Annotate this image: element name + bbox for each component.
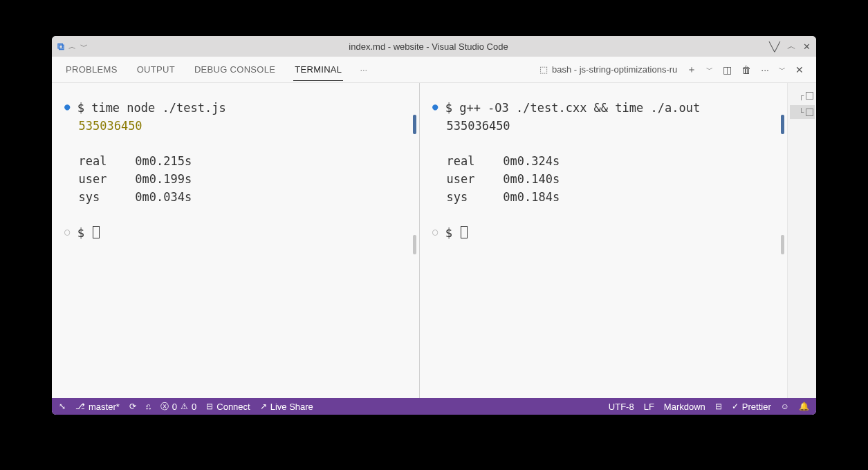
titlebar: ⧉ ︿ ﹀ index.md - website - Visual Studio… (52, 36, 816, 57)
sync-icon: ⟳ (129, 402, 136, 411)
liveshare-icon: ↗ (260, 402, 267, 411)
error-count: 0 (172, 402, 177, 412)
tab-problems[interactable]: PROBLEMS (64, 59, 119, 80)
kill-terminal-icon[interactable]: 🗑 (741, 64, 751, 75)
problems-count[interactable]: ⓧ0 ⚠0 (160, 401, 196, 413)
prettier-label: Prettier (742, 402, 771, 412)
scrollbar-thumb[interactable] (781, 115, 784, 134)
chevron-down-icon[interactable]: ﹀ (80, 41, 88, 52)
terminal-tab-item[interactable]: └ (790, 105, 815, 119)
status-prettier[interactable]: ✓Prettier (732, 402, 771, 412)
git-sync[interactable]: ⟳ (129, 402, 136, 411)
terminal-output: 535036450 (446, 119, 510, 133)
git-graph[interactable]: ⎌ (146, 402, 151, 411)
status-language[interactable]: Markdown (664, 402, 705, 412)
vscode-icon: ⧉ (57, 41, 64, 53)
scrollbar-thumb[interactable] (413, 235, 416, 254)
warning-count: 0 (192, 402, 196, 412)
tab-output[interactable]: OUTPUT (136, 59, 176, 80)
status-bell[interactable]: 🔔 (799, 402, 809, 411)
prompt-marker-icon: ● (64, 101, 70, 112)
vscode-window: ⧉ ︿ ﹀ index.md - website - Visual Studio… (52, 36, 816, 415)
time-sys: sys 0m0.184s (446, 190, 560, 204)
prompt-marker-icon: ● (432, 101, 438, 112)
tab-debug-console[interactable]: DEBUG CONSOLE (193, 59, 277, 80)
status-connect[interactable]: ⊟Connect (206, 402, 250, 412)
minimize-icon[interactable]: ╲╱ (769, 41, 780, 52)
remote-indicator[interactable]: ⤡ (59, 402, 66, 411)
cube-icon (806, 92, 813, 100)
check-icon: ✓ (732, 402, 739, 411)
shell-text: bash - js-string-optimizations-ru (552, 64, 677, 75)
status-encoding[interactable]: UTF-8 (609, 402, 634, 412)
cube-icon (806, 109, 813, 116)
panel-more-icon[interactable]: ··· (360, 64, 367, 75)
terminal-cursor (461, 226, 468, 238)
terminal-dropdown-icon[interactable]: ﹀ (706, 65, 713, 75)
panel-tabs: PROBLEMS OUTPUT DEBUG CONSOLE TERMINAL ·… (52, 57, 816, 83)
chevron-down-icon[interactable]: ﹀ (779, 65, 786, 75)
warning-icon: ⚠ (181, 402, 188, 411)
close-panel-icon[interactable]: ✕ (795, 64, 804, 75)
scrollbar-thumb[interactable] (413, 115, 416, 134)
person-icon: ☺ (781, 402, 789, 411)
status-feedback[interactable]: ☺ (781, 402, 789, 411)
terminal-command: $ g++ -O3 ./test.cxx && time ./a.out (445, 101, 700, 115)
terminal-cursor (93, 226, 100, 238)
close-icon[interactable]: ✕ (803, 41, 811, 52)
bell-icon: 🔔 (799, 402, 809, 411)
liveshare-label: Live Share (270, 402, 313, 412)
git-branch[interactable]: ⎇master* (75, 402, 120, 412)
scrollbar-thumb[interactable] (781, 235, 784, 254)
prompt-marker-icon: ○ (64, 226, 70, 237)
terminal-pane-left[interactable]: ● $ time node ./test.js 535036450 real 0… (52, 83, 420, 398)
time-sys: sys 0m0.034s (78, 190, 192, 204)
terminal-more-icon[interactable]: ··· (761, 64, 769, 75)
connect-label: Connect (216, 402, 250, 412)
statusbar: ⤡ ⎇master* ⟳ ⎌ ⓧ0 ⚠0 ⊟Connect ↗Live Shar… (52, 398, 816, 415)
maximize-icon[interactable]: ︿ (787, 40, 796, 53)
time-real: real 0m0.324s (446, 154, 560, 168)
branch-icon: ⎇ (75, 402, 85, 411)
terminal-area: ● $ time node ./test.js 535036450 real 0… (52, 83, 816, 398)
status-liveshare[interactable]: ↗Live Share (260, 402, 313, 412)
terminal-command: $ time node ./test.js (77, 101, 226, 115)
branch-name: master* (89, 402, 120, 412)
terminal-prompt: $ (445, 226, 459, 240)
broadcast-icon: ⊟ (206, 402, 213, 411)
window-title: index.md - website - Visual Studio Code (88, 41, 769, 52)
error-icon: ⓧ (160, 401, 169, 413)
terminal-tab-item[interactable]: ┌ (790, 88, 815, 102)
split-terminal-icon[interactable]: ◫ (723, 64, 732, 75)
time-user: user 0m0.199s (78, 172, 192, 186)
prompt-marker-icon: ○ (432, 226, 438, 237)
terminal-prompt: $ (77, 226, 91, 240)
terminal-pane-right[interactable]: ● $ g++ -O3 ./test.cxx && time ./a.out 5… (420, 83, 787, 398)
new-terminal-icon[interactable]: ＋ (687, 64, 696, 76)
terminal-icon: ⬚ (539, 64, 548, 75)
terminal-tabs-side: ┌ └ (787, 83, 816, 398)
status-db-icon[interactable]: ⊟ (715, 402, 722, 411)
status-eol[interactable]: LF (644, 402, 654, 412)
terminal-output: 535036450 (78, 119, 142, 133)
time-user: user 0m0.140s (446, 172, 560, 186)
database-icon: ⊟ (715, 402, 722, 411)
tab-terminal[interactable]: TERMINAL (293, 59, 343, 81)
terminal-shell-label[interactable]: ⬚ bash - js-string-optimizations-ru (539, 64, 677, 75)
time-real: real 0m0.215s (78, 154, 192, 168)
graph-icon: ⎌ (146, 402, 151, 411)
chevron-up-icon[interactable]: ︿ (68, 41, 76, 52)
remote-icon: ⤡ (59, 402, 66, 411)
